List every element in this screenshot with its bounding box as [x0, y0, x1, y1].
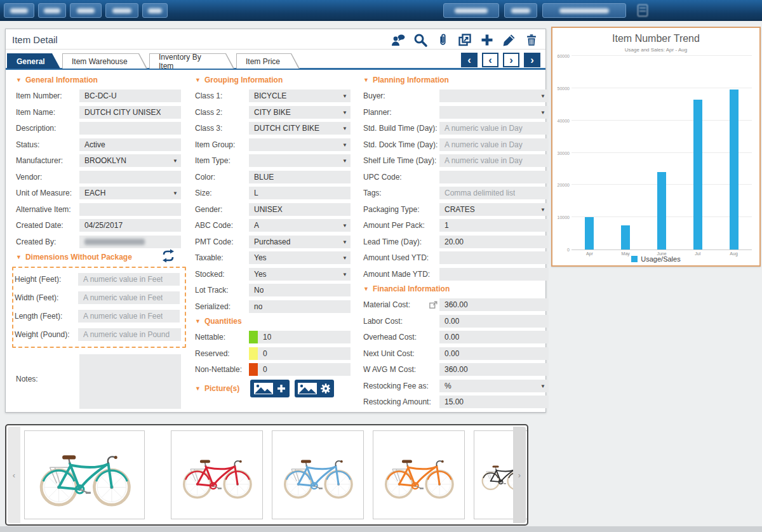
nav-grid-icon[interactable]: [638, 4, 648, 17]
description-input[interactable]: [79, 122, 181, 135]
tags-input[interactable]: Comma delimited list: [439, 187, 549, 199]
first-record-button[interactable]: ‹: [461, 53, 478, 67]
legend-swatch: [631, 256, 638, 262]
lot-track-input[interactable]: No: [249, 284, 351, 296]
length-input[interactable]: A numeric value in Feet: [78, 310, 180, 323]
stocked-select[interactable]: Yes▼: [249, 268, 351, 281]
field-label: Height (Feet):: [15, 275, 78, 284]
y-axis-tick-label: 40000: [558, 118, 570, 123]
manage-pictures-button[interactable]: [295, 380, 334, 397]
width-input[interactable]: A numeric value in Feet: [78, 291, 180, 304]
item-detail-panel: Item Detail General Item Warehouse Inven…: [5, 29, 546, 413]
item-number-input[interactable]: BC-DC-U: [79, 90, 181, 102]
collapse-triangle-icon: ▼: [195, 318, 201, 324]
material-cost-input[interactable]: 360.00: [439, 298, 549, 311]
restocking-fee-as-select[interactable]: %▼: [439, 380, 549, 392]
weight-input[interactable]: A numeric value in Pound: [78, 328, 181, 341]
gender-input[interactable]: UNISEX: [249, 203, 351, 216]
restocking-amount-input[interactable]: 15.00: [439, 396, 549, 408]
carousel-image-2[interactable]: [171, 430, 263, 519]
height-input[interactable]: A numeric value in Feet: [78, 273, 180, 286]
tab-general[interactable]: General: [7, 53, 60, 69]
tab-item-price[interactable]: Item Price: [236, 53, 300, 69]
color-input[interactable]: BLUE: [249, 171, 351, 183]
pmt-code-select[interactable]: Purchased▼: [249, 236, 351, 248]
section-quantities[interactable]: ▼Quantities: [195, 316, 352, 326]
class1-select[interactable]: BICYCLE▼: [249, 90, 351, 102]
section-financial-information[interactable]: ▼Financial Information: [363, 284, 549, 294]
field-amount-made-ytd: Amount Made YTD:: [363, 268, 549, 281]
amount-per-pack-input[interactable]: 1: [439, 219, 549, 232]
section-general-information[interactable]: ▼General Information: [16, 75, 185, 85]
search-icon[interactable]: [413, 32, 428, 48]
nav-button-3[interactable]: [70, 3, 102, 18]
chevron-down-icon: ▼: [540, 110, 545, 116]
planner-select[interactable]: ▼: [439, 106, 549, 119]
created-by-input[interactable]: [79, 236, 181, 248]
taxable-select[interactable]: Yes▼: [249, 251, 351, 264]
item-group-select[interactable]: ▼: [249, 138, 351, 151]
nav-button-5[interactable]: [142, 3, 168, 18]
tab-inventory-by-item[interactable]: Inventory By Item: [149, 53, 234, 69]
nav-login-as-button[interactable]: [443, 3, 499, 18]
next-record-button[interactable]: ›: [503, 53, 519, 67]
packaging-type-select[interactable]: CRATES▼: [439, 203, 549, 216]
edit-pencil-icon[interactable]: [502, 32, 517, 48]
abc-code-select[interactable]: A▼: [249, 219, 351, 232]
nav-account-button[interactable]: [542, 3, 626, 18]
item-name-input[interactable]: DUTCH CITY UNISEX: [79, 106, 181, 119]
section-planning-information[interactable]: ▼Planning Information: [363, 75, 549, 85]
chart-title: Item Number Trend: [552, 33, 759, 44]
shelf-life-time-input[interactable]: A numeric value in Day: [439, 154, 549, 167]
buyer-select[interactable]: ▼: [439, 90, 549, 102]
nav-logout-button[interactable]: [504, 3, 537, 18]
manufacturer-select[interactable]: BROOKLYN▼: [79, 154, 181, 167]
labor-cost-input[interactable]: 0.00: [439, 315, 549, 328]
w-avg-m-cost-input[interactable]: 360.00: [439, 363, 549, 376]
nav-button-1[interactable]: [4, 3, 34, 18]
amount-used-ytd-input[interactable]: [439, 251, 549, 264]
user-comment-icon[interactable]: [391, 32, 406, 48]
class3-select[interactable]: DUTCH CITY BIKE▼: [249, 122, 351, 135]
tab-item-warehouse[interactable]: Item Warehouse: [62, 53, 147, 69]
class2-select[interactable]: CITY BIKE▼: [249, 106, 351, 119]
alternative-item-input[interactable]: [79, 203, 181, 216]
attachment-paperclip-icon[interactable]: [435, 32, 450, 48]
std-dock-time-input[interactable]: A numeric value in Day: [439, 138, 549, 151]
refresh-repeat-icon[interactable]: [161, 248, 176, 265]
unit-of-measure-select[interactable]: EACH▼: [79, 187, 181, 199]
carousel-image-1[interactable]: [24, 430, 145, 519]
vendor-input[interactable]: [79, 171, 181, 183]
carousel-previous-arrow[interactable]: ‹: [8, 427, 20, 523]
add-plus-icon[interactable]: [479, 32, 495, 48]
delete-trash-icon[interactable]: [524, 32, 539, 48]
amount-made-ytd-input[interactable]: [439, 268, 549, 281]
nav-button-4[interactable]: [105, 3, 138, 18]
carousel-image-4[interactable]: [373, 430, 465, 519]
section-grouping-information[interactable]: ▼Grouping Information: [195, 75, 352, 85]
overhead-cost-input[interactable]: 0.00: [439, 331, 549, 343]
nav-button-2[interactable]: [38, 3, 66, 18]
last-record-button[interactable]: ›: [524, 53, 540, 67]
chevron-down-icon: ▼: [342, 110, 347, 116]
status-input[interactable]: Active: [79, 138, 181, 151]
std-build-time-input[interactable]: A numeric value in Day: [439, 122, 549, 135]
serialized-input[interactable]: no: [249, 300, 351, 313]
next-unit-cost-input[interactable]: 0.00: [439, 347, 549, 360]
pictures-header[interactable]: ▼Picture(s): [195, 383, 239, 394]
created-date-input[interactable]: 04/25/2017: [79, 219, 181, 232]
add-picture-button[interactable]: [250, 380, 290, 397]
upc-code-input[interactable]: [439, 171, 549, 183]
field-label: Manufacturer:: [16, 156, 79, 165]
field-label: Packaging Type:: [363, 205, 439, 214]
size-input[interactable]: L: [249, 187, 351, 199]
item-type-select[interactable]: ▼: [249, 154, 351, 167]
lead-time-input[interactable]: 20.00: [439, 236, 549, 248]
carousel-next-arrow[interactable]: ›: [513, 427, 526, 523]
notes-textarea[interactable]: [79, 354, 181, 409]
copy-export-icon[interactable]: [457, 32, 472, 48]
carousel-image-3[interactable]: [272, 430, 364, 519]
section-dimensions[interactable]: ▼ Dimensions Without Package: [16, 252, 185, 262]
open-popup-icon[interactable]: [428, 300, 439, 309]
previous-record-button[interactable]: ‹: [482, 53, 498, 67]
